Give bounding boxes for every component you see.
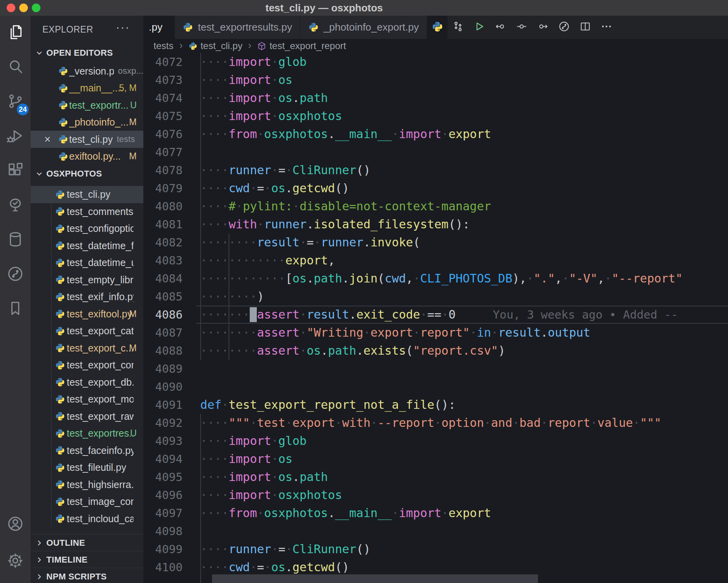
close-icon[interactable] xyxy=(43,135,52,144)
code-line[interactable]: 4076····from·osxphotos.__main__·import·e… xyxy=(143,125,728,143)
line-number: 4091 xyxy=(143,396,183,414)
code-line[interactable]: 4099····runner·=·CliRunner() xyxy=(143,540,728,558)
more-actions-icon[interactable]: ··· xyxy=(116,20,130,34)
line-number: 4088 xyxy=(143,342,183,360)
section-header-osxphotos[interactable]: OSXPHOTOS xyxy=(31,165,143,182)
code-line[interactable]: 4073····import·os xyxy=(143,71,728,89)
code-editor[interactable]: 4072····import·glob4073····import·os4074… xyxy=(143,53,728,583)
code-line[interactable]: 4098 xyxy=(143,522,728,540)
code-line[interactable]: 4092····"""·test·export·with·--report·op… xyxy=(143,414,728,432)
open-editor-item[interactable]: _version.pyosxp... xyxy=(31,62,143,80)
code-line[interactable]: 4091def·test_export_report_not_a_file(): xyxy=(143,396,728,414)
tree-item[interactable]: test_datetime_utils.... xyxy=(31,254,143,271)
breadcrumb-item[interactable]: test_export_report xyxy=(257,40,346,51)
toolbar-compare-changes[interactable] xyxy=(448,16,469,39)
code-line[interactable]: 4083············export, xyxy=(143,251,728,270)
toolbar-next-change[interactable] xyxy=(532,16,554,39)
code-line[interactable]: 4089 xyxy=(143,360,728,378)
code-line[interactable]: 4082········result·=·runner.invoke( xyxy=(143,233,728,251)
editor-tab[interactable]: _photoinfo_export.py xyxy=(300,16,427,39)
activity-files[interactable] xyxy=(0,16,31,50)
horizontal-scrollbar[interactable] xyxy=(212,574,538,583)
code-line[interactable]: 4081····with·runner.isolated_filesystem(… xyxy=(143,215,728,233)
code-line[interactable]: 4072····import·glob xyxy=(143,53,728,71)
code-line[interactable]: 4094····import·os xyxy=(143,450,728,468)
code-line[interactable]: 4097····from·osxphotos.__main__·import·e… xyxy=(143,504,728,522)
tree-item[interactable]: test_faceinfo.py xyxy=(31,442,143,459)
toolbar-changes[interactable] xyxy=(511,16,532,39)
tree-item[interactable]: test_comments.py xyxy=(31,203,143,220)
tree-item[interactable]: test_fileutil.py xyxy=(31,459,143,476)
code-line[interactable]: 4077 xyxy=(143,143,728,161)
section-header-timeline[interactable]: TIMELINE xyxy=(31,551,143,568)
line-number: 4079 xyxy=(143,179,183,197)
open-editor-item[interactable]: exiftool.py...M xyxy=(31,148,143,165)
activity-bookmarks[interactable] xyxy=(0,292,31,326)
code-line[interactable]: 4095····import·os.path xyxy=(143,468,728,486)
tree-item[interactable]: test_export_c...M xyxy=(31,339,143,357)
activity-account[interactable] xyxy=(0,506,31,543)
python-interpreter-button[interactable] xyxy=(427,16,448,39)
code-line[interactable]: 4075····import·osxphotos xyxy=(143,107,728,125)
toolbar-gitlens[interactable] xyxy=(554,16,575,39)
tree-item[interactable]: test_export_db.py xyxy=(31,373,143,391)
breadcrumb-item[interactable]: tests xyxy=(154,40,174,51)
tree-item[interactable]: test_export_catalin... xyxy=(31,322,143,340)
breadcrumb-item[interactable]: test_cli.py xyxy=(188,40,243,51)
toolbar-more-actions[interactable] xyxy=(596,16,617,39)
line-content: ····import·os.path xyxy=(200,89,728,107)
code-line[interactable]: 4086········assert·result.exit_code·==·0… xyxy=(143,306,728,324)
code-line[interactable]: 4100····cwd·=·os.getcwd() xyxy=(143,558,728,576)
activity-search[interactable] xyxy=(0,50,31,85)
code-line[interactable]: 4090 xyxy=(143,378,728,396)
code-line[interactable]: 4084············[os.path.join(cwd,·CLI_P… xyxy=(143,270,728,288)
activity-git-graph[interactable] xyxy=(0,257,31,292)
line-number: 4097 xyxy=(143,504,183,522)
tree-item[interactable]: test_export_conver... xyxy=(31,357,143,374)
tree-item[interactable]: test_configoptions.... xyxy=(31,220,143,237)
code-line[interactable]: 4088········assert·os.path.exists("repor… xyxy=(143,342,728,360)
open-editor-item[interactable]: test_cli.pytests xyxy=(31,131,143,148)
code-line[interactable]: 4074····import·os.path xyxy=(143,89,728,107)
code-line[interactable]: 4093····import·glob xyxy=(143,432,728,450)
editor-tab[interactable]: test_exportresults.py xyxy=(175,16,300,39)
activity-source-control[interactable]: 24 xyxy=(0,85,31,119)
minimize-window-button[interactable] xyxy=(19,4,28,12)
tree-item[interactable]: test_highsierra.py xyxy=(31,476,143,493)
tree-item[interactable]: test_datetime_form... xyxy=(31,237,143,254)
code-line[interactable]: 4078····runner·=·CliRunner() xyxy=(143,161,728,179)
tree-item[interactable]: test_empty_library_... xyxy=(31,271,143,288)
toolbar-split-editor[interactable] xyxy=(575,16,596,39)
tree-item[interactable]: test_image_convert... xyxy=(31,493,143,510)
zoom-window-button[interactable] xyxy=(32,4,40,12)
tree-item[interactable]: test_exportres...U xyxy=(31,425,143,442)
tree-item[interactable]: test_cli.py xyxy=(31,186,143,203)
tab-label: _photoinfo_export.py xyxy=(324,21,419,33)
open-editor-item[interactable]: __main__....5, M xyxy=(31,80,143,97)
tree-item[interactable]: test_exif_info.py xyxy=(31,288,143,306)
code-line[interactable]: 4087········assert·"Writing·export·repor… xyxy=(143,324,728,342)
section-header-outline[interactable]: OUTLINE xyxy=(31,534,143,552)
code-line[interactable]: 4080····#·pylint:·disable=not-context-ma… xyxy=(143,197,728,215)
code-line[interactable]: 4085········) xyxy=(143,288,728,306)
tree-item[interactable]: test_exiftool.pyM xyxy=(31,305,143,322)
activity-extensions[interactable] xyxy=(0,154,31,188)
activity-run-debug[interactable] xyxy=(0,119,31,154)
tree-item[interactable]: test_export_raw_ca... xyxy=(31,408,143,425)
code-line[interactable]: 4096····import·osxphotos xyxy=(143,486,728,504)
activity-database[interactable] xyxy=(0,223,31,257)
open-editor-item[interactable]: _photoinfo_...M xyxy=(31,114,143,131)
tree-item[interactable]: test_incloud_catali... xyxy=(31,510,143,527)
open-editor-item[interactable]: test_exportr...U xyxy=(31,97,143,114)
toolbar-run[interactable] xyxy=(469,16,490,39)
toolbar-prev-change[interactable] xyxy=(490,16,511,39)
section-header-open-editors[interactable]: OPEN EDITORS xyxy=(31,44,143,62)
activity-test-explorer[interactable] xyxy=(0,188,31,223)
line-number: 4092 xyxy=(143,414,183,432)
activity-settings-gear[interactable] xyxy=(0,543,31,580)
editor-tab[interactable]: .py xyxy=(143,16,175,39)
section-header-npm-scripts[interactable]: NPM SCRIPTS xyxy=(31,568,143,583)
tree-item[interactable]: test_export_mojave... xyxy=(31,391,143,408)
code-line[interactable]: 4079····cwd·=·os.getcwd() xyxy=(143,179,728,197)
close-window-button[interactable] xyxy=(7,4,15,12)
